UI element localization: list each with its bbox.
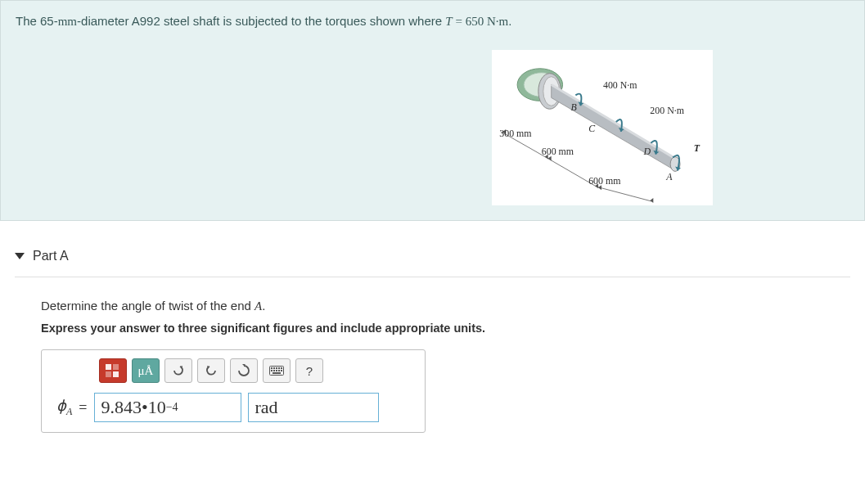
template-button[interactable] — [99, 358, 127, 383]
figure: 400 N·m 200 N·m T B C D A 300 mm 600 mm … — [492, 50, 713, 205]
unit-text: rad — [255, 397, 278, 418]
svg-rect-21 — [278, 370, 280, 371]
svg-rect-22 — [281, 370, 282, 371]
caret-down-icon — [15, 253, 25, 259]
prompt-period: . — [262, 299, 265, 313]
fig-600b: 600 mm — [588, 175, 621, 187]
text-mm: mm — [58, 15, 77, 28]
unit-input[interactable]: rad — [248, 393, 379, 422]
svg-rect-20 — [276, 370, 277, 371]
text-prefix: The 65- — [16, 14, 58, 28]
fig-B: B — [570, 101, 576, 113]
fig-T: T — [694, 142, 701, 154]
phi-sub: A — [66, 406, 72, 417]
fig-200: 200 N·m — [650, 105, 684, 116]
answer-row: ϕA = 9.843 • 10−4 rad — [56, 393, 417, 422]
val-T: 650 N·m — [466, 15, 509, 28]
prompt: Determine the angle of twist of the end … — [41, 299, 850, 313]
fig-D: D — [642, 146, 651, 157]
period: . — [508, 14, 511, 28]
units-button[interactable]: μÅ — [132, 358, 160, 383]
fig-600a: 600 mm — [542, 146, 574, 157]
phi-symbol: ϕ — [56, 398, 66, 414]
reset-icon — [237, 364, 250, 377]
fig-300: 300 mm — [499, 128, 532, 139]
keyboard-icon — [269, 366, 284, 376]
svg-rect-19 — [273, 370, 275, 371]
svg-rect-14 — [273, 367, 275, 369]
part-title: Part A — [33, 249, 69, 263]
prompt-var: A — [255, 299, 262, 313]
exp: −4 — [166, 401, 178, 414]
svg-rect-15 — [276, 367, 277, 369]
svg-rect-9 — [113, 364, 119, 370]
fig-400: 400 N·m — [603, 79, 637, 91]
answer-box: μÅ ? — [41, 349, 426, 433]
part-header[interactable]: Part A — [15, 237, 850, 277]
svg-rect-13 — [271, 367, 273, 369]
svg-rect-23 — [273, 372, 281, 374]
instruction: Express your answer to three significant… — [41, 322, 850, 335]
part-a-section: Part A Determine the angle of twist of t… — [0, 221, 865, 441]
svg-rect-16 — [278, 367, 280, 369]
toolbar: μÅ ? — [99, 358, 417, 383]
fig-A: A — [665, 171, 673, 182]
eq-sign-stmt: = — [453, 15, 466, 28]
help-label: ? — [306, 364, 313, 378]
prompt-prefix: Determine the angle of twist of the end — [41, 299, 255, 313]
redo-button[interactable] — [197, 358, 225, 383]
text-mid: -diameter A992 steel shaft is subjected … — [77, 14, 445, 28]
phi-label: ϕA — [56, 397, 72, 418]
help-button[interactable]: ? — [295, 358, 323, 383]
keyboard-button[interactable] — [263, 358, 291, 383]
units-label: μÅ — [138, 364, 154, 378]
svg-rect-8 — [106, 364, 111, 370]
coeff: 9.843 — [101, 397, 142, 418]
svg-rect-10 — [106, 371, 111, 377]
equals: = — [79, 399, 87, 416]
value-input[interactable]: 9.843 • 10−4 — [94, 393, 241, 422]
svg-rect-11 — [113, 371, 119, 377]
svg-line-7 — [597, 187, 651, 201]
problem-text: The 65-mm-diameter A992 steel shaft is s… — [16, 12, 849, 30]
svg-rect-17 — [281, 367, 282, 369]
undo-icon — [172, 364, 185, 377]
reset-button[interactable] — [230, 358, 258, 383]
redo-icon — [205, 364, 218, 377]
problem-panel: The 65-mm-diameter A992 steel shaft is s… — [0, 0, 865, 221]
undo-button[interactable] — [164, 358, 192, 383]
svg-rect-18 — [271, 370, 273, 371]
dot: • — [142, 397, 148, 418]
fig-C: C — [588, 123, 596, 134]
var-T: T — [445, 15, 452, 28]
base: 10 — [148, 397, 166, 418]
